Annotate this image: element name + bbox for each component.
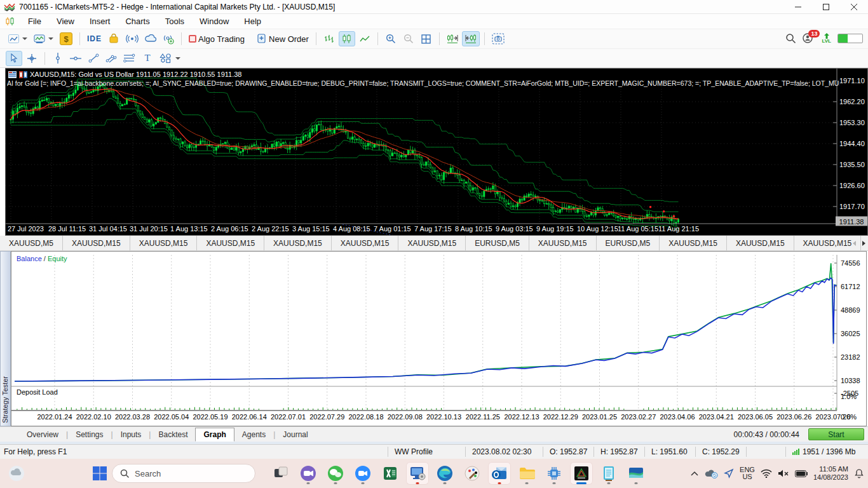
alpari-icon	[574, 466, 589, 481]
weather-widget[interactable]	[5, 462, 28, 485]
taskbar-app-device-manager[interactable]	[543, 462, 566, 485]
wifi-icon[interactable]	[761, 469, 772, 478]
candlestick-chart[interactable]	[6, 69, 867, 235]
tile-windows-button[interactable]	[418, 31, 435, 46]
zoom-out-button[interactable]	[400, 31, 417, 46]
ide-button[interactable]: IDE	[85, 31, 104, 46]
chart-tab-5[interactable]: XAUUSD,M15	[332, 236, 399, 250]
onedrive-icon[interactable]	[704, 468, 718, 478]
search-icon[interactable]	[785, 33, 796, 44]
chart-tab-1[interactable]: XAUUSD,M15	[63, 236, 130, 250]
tray-chevron-icon[interactable]	[691, 471, 698, 476]
chart-tab-3[interactable]: XAUUSD,M15	[197, 236, 264, 250]
fibonacci-tool-button[interactable]	[121, 51, 138, 66]
tester-tab-agents[interactable]: Agents	[234, 428, 273, 441]
tester-tab-inputs[interactable]: Inputs	[113, 428, 149, 441]
vertical-line-tool-button[interactable]	[50, 51, 66, 66]
close-button[interactable]	[840, 0, 868, 14]
notification-bell-icon[interactable]	[854, 468, 864, 478]
taskbar-app-notes[interactable]	[597, 462, 620, 485]
chart-tab-8[interactable]: XAUUSD,M15	[529, 236, 597, 250]
menu-item-view[interactable]: View	[49, 15, 82, 28]
chart-tab-7[interactable]: EURUSD,M5	[466, 236, 529, 250]
channel-tool-button[interactable]	[103, 51, 119, 66]
chart-tab-12[interactable]: XAUUSD,M15	[794, 236, 862, 250]
screenshot-button[interactable]	[489, 31, 507, 46]
taskbar-app-remote-desktop[interactable]	[406, 462, 429, 485]
taskbar-search[interactable]: Search	[112, 464, 255, 483]
depth-of-market-icon[interactable]	[19, 71, 27, 78]
language-switcher[interactable]: ENG US	[740, 466, 755, 480]
menu-item-charts[interactable]: Charts	[118, 15, 157, 28]
battery-icon[interactable]	[795, 470, 808, 477]
taskbar-app-paint[interactable]	[461, 462, 484, 485]
chart-tab-2[interactable]: XAUUSD,M15	[130, 236, 198, 250]
candle-chart-mode-button[interactable]	[339, 31, 355, 46]
minimize-button[interactable]	[784, 0, 812, 14]
taskbar-app-movies-tv[interactable]	[625, 462, 648, 485]
taskbar-app-alpari[interactable]	[570, 462, 593, 485]
tester-tab-overview[interactable]: Overview	[19, 428, 66, 441]
tester-tab-backtest[interactable]: Backtest	[151, 428, 195, 441]
shapes-tool-button[interactable]	[157, 51, 183, 66]
tab-scroll-right-icon[interactable]	[862, 241, 865, 246]
menu-item-tools[interactable]: Tools	[158, 15, 192, 28]
chart-tab-4[interactable]: XAUUSD,M15	[264, 236, 332, 250]
maximize-button[interactable]	[812, 0, 840, 14]
chart-template-button[interactable]	[31, 31, 56, 46]
taskbar-app-outlook[interactable]	[488, 462, 511, 485]
shift-end-button[interactable]	[444, 31, 461, 46]
menu-item-file[interactable]: File	[20, 15, 49, 28]
vps-button[interactable]	[142, 31, 159, 46]
volume-muted-icon[interactable]	[778, 469, 789, 478]
start-button[interactable]	[88, 462, 111, 485]
algo-trading-button[interactable]: Algo Trading	[186, 31, 247, 46]
taskbar-app-edge[interactable]	[433, 462, 456, 485]
auto-scroll-button[interactable]	[462, 31, 480, 46]
deposit-y-label: 0.0%	[841, 413, 857, 421]
chart-tab-0[interactable]: XAUUSD,M5	[0, 236, 63, 250]
chart-window[interactable]: XAUUSD,M15: Gold vs US Dollar 1911.05 19…	[5, 68, 868, 236]
cursor-tool-button[interactable]	[6, 51, 22, 66]
time-axis-label: 7 Aug 01:15	[374, 225, 411, 233]
tab-scroll-left-icon[interactable]	[853, 241, 856, 246]
menu-item-insert[interactable]: Insert	[82, 15, 118, 28]
crosshair-tool-button[interactable]	[24, 51, 40, 66]
taskbar-app-excel[interactable]	[379, 462, 402, 485]
chart-tab-6[interactable]: XAUUSD,M15	[398, 236, 466, 250]
signals-button[interactable]	[123, 31, 141, 46]
text-tool-button[interactable]: T	[139, 51, 156, 66]
taskbar-app-teams[interactable]	[297, 462, 320, 485]
chart-tab-9[interactable]: EURUSD,M5	[597, 236, 660, 250]
menu-item-window[interactable]: Window	[192, 15, 236, 28]
new-order-button[interactable]: New Order	[255, 31, 311, 46]
menu-item-help[interactable]: Help	[236, 15, 269, 28]
chart-tab-11[interactable]: XAUUSD,M15	[727, 236, 794, 250]
zoom-in-button[interactable]	[383, 31, 399, 46]
tester-graph-area[interactable]: Balance / Equity Deposit Load 2022.01.24…	[11, 251, 867, 426]
tester-tab-graph[interactable]: Graph	[195, 428, 234, 442]
taskbar-app-task-view[interactable]	[269, 462, 292, 485]
nearby-share-icon[interactable]	[724, 468, 734, 478]
line-chart-mode-button[interactable]	[356, 31, 373, 46]
trendline-tool-button[interactable]	[85, 51, 102, 66]
notifications-button[interactable]: 13	[803, 32, 815, 45]
clock[interactable]: 11:05 AM 14/08/2023	[813, 465, 848, 482]
tester-tab-journal[interactable]: Journal	[275, 428, 315, 441]
chart-profile-button[interactable]	[6, 31, 30, 46]
bar-chart-mode-button[interactable]	[321, 31, 337, 46]
taskbar-app-zoom[interactable]	[351, 462, 374, 485]
one-click-panel-icon[interactable]	[8, 71, 17, 78]
strategy-tester-strip[interactable]: Strategy Tester	[0, 251, 11, 426]
horizontal-line-tool-button[interactable]	[67, 51, 84, 66]
start-button[interactable]: Start	[808, 428, 864, 440]
status-profile[interactable]: WW Profile	[388, 447, 465, 457]
tester-tab-settings[interactable]: Settings	[68, 428, 111, 441]
chart-tab-10[interactable]: XAUUSD,M15	[660, 236, 727, 250]
taskbar-app-file-explorer[interactable]	[515, 462, 538, 485]
market-button[interactable]	[105, 31, 122, 46]
level-indicator[interactable]: LVL	[822, 33, 831, 44]
taskbar-app-wechat[interactable]	[324, 462, 347, 485]
deposit-button[interactable]: $	[57, 31, 75, 46]
copy-trading-button[interactable]	[160, 31, 177, 46]
